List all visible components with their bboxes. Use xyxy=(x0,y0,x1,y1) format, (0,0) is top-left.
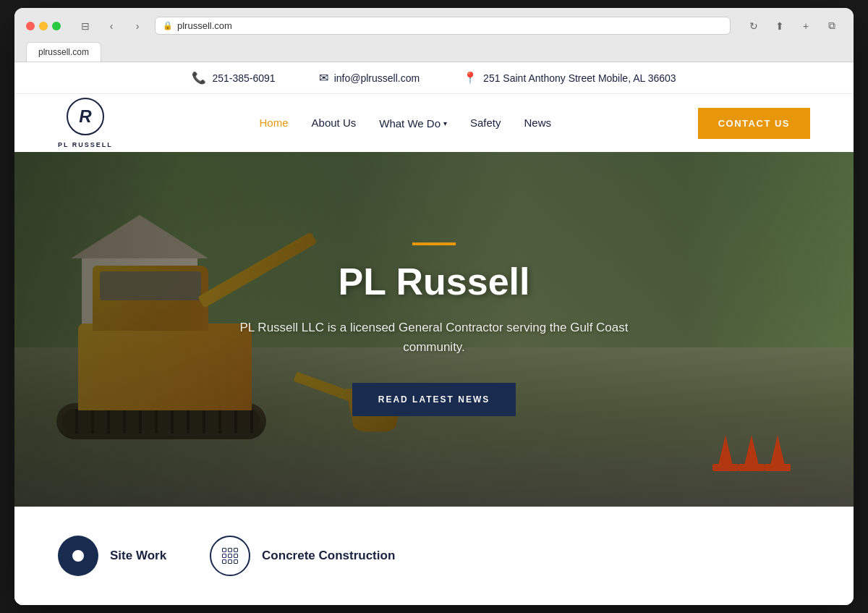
maximize-button[interactable] xyxy=(52,22,61,30)
address-bar[interactable]: 🔒 plrussell.com xyxy=(155,17,731,35)
nav-link-news[interactable]: News xyxy=(524,117,552,129)
hero-content: PL Russell PL Russell LLC is a licensed … xyxy=(14,152,854,507)
navigation: R PL RUSSELL Home About Us What We Do ▾ xyxy=(14,94,854,152)
nav-item-safety[interactable]: Safety xyxy=(470,117,501,130)
traffic-lights xyxy=(26,22,61,30)
website-content: 📞 251-385-6091 ✉ info@plrussell.com 📍 25… xyxy=(14,62,854,605)
top-info-bar: 📞 251-385-6091 ✉ info@plrussell.com 📍 25… xyxy=(14,62,854,94)
nav-links: Home About Us What We Do ▾ Safety News xyxy=(260,117,552,130)
back-button[interactable]: ‹ xyxy=(101,18,122,34)
email-icon: ✉ xyxy=(319,71,328,85)
nav-item-what-we-do[interactable]: What We Do ▾ xyxy=(379,117,447,130)
service-item-site-work: Site Work xyxy=(58,536,166,576)
nav-item-news[interactable]: News xyxy=(524,117,552,130)
phone-number: 251-385-6091 xyxy=(212,72,275,84)
svg-point-0 xyxy=(72,550,84,562)
phone-info: 📞 251-385-6091 xyxy=(192,71,275,85)
tabs-button[interactable]: ⧉ xyxy=(822,18,842,34)
nav-link-what-we-do[interactable]: What We Do xyxy=(379,117,441,130)
browser-actions: ↻ ⬆ + ⧉ xyxy=(744,18,842,34)
url-text: plrussell.com xyxy=(177,20,232,31)
nav-item-about[interactable]: About Us xyxy=(312,117,357,130)
browser-controls: ⊟ ‹ › xyxy=(75,18,148,34)
logo-circle: R xyxy=(67,98,104,135)
logo: R PL RUSSELL xyxy=(58,98,113,148)
email-info: ✉ info@plrussell.com xyxy=(319,71,420,85)
service-label-concrete: Concrete Construction xyxy=(262,549,395,563)
service-label-site-work: Site Work xyxy=(110,549,166,563)
hero-section: PL Russell PL Russell LLC is a licensed … xyxy=(14,152,854,507)
service-item-concrete: Concrete Construction xyxy=(210,536,395,576)
nav-link-about[interactable]: About Us xyxy=(312,117,357,129)
service-icon-concrete xyxy=(210,536,250,576)
services-preview: Site Work Concrete C xyxy=(14,507,854,605)
close-button[interactable] xyxy=(26,22,35,30)
browser-titlebar: ⊟ ‹ › 🔒 plrussell.com ↻ ⬆ + ⧉ xyxy=(26,17,842,35)
contact-us-button[interactable]: CONTACT US xyxy=(698,108,810,139)
dropdown-arrow-icon: ▾ xyxy=(443,119,447,127)
location-icon: 📍 xyxy=(463,71,477,85)
nav-link-safety[interactable]: Safety xyxy=(470,117,501,129)
site-work-icon xyxy=(69,547,87,565)
tab-label: plrussell.com xyxy=(38,47,89,57)
hero-divider xyxy=(412,242,456,245)
browser-chrome: ⊟ ‹ › 🔒 plrussell.com ↻ ⬆ + ⧉ plrussell.… xyxy=(14,8,854,62)
logo-text: PL RUSSELL xyxy=(58,141,113,148)
forward-button[interactable]: › xyxy=(127,18,148,34)
active-tab[interactable]: plrussell.com xyxy=(26,42,101,62)
browser-tabs: plrussell.com xyxy=(26,42,842,62)
address-text: 251 Saint Anthony Street Mobile, AL 3660… xyxy=(483,72,676,84)
address-info: 📍 251 Saint Anthony Street Mobile, AL 36… xyxy=(463,71,676,85)
sidebar-toggle-button[interactable]: ⊟ xyxy=(75,18,95,34)
service-icon-site-work xyxy=(58,536,98,576)
share-button[interactable]: ⬆ xyxy=(770,18,790,34)
minimize-button[interactable] xyxy=(39,22,48,30)
logo-letter: R xyxy=(79,106,91,127)
new-tab-button[interactable]: + xyxy=(796,18,816,34)
hero-title: PL Russell xyxy=(339,260,530,303)
email-address: info@plrussell.com xyxy=(334,72,420,84)
hero-cta-button[interactable]: READ LATEST NEWS xyxy=(352,383,516,416)
concrete-grid-icon xyxy=(222,548,238,564)
hero-subtitle: PL Russell LLC is a licensed General Con… xyxy=(231,318,637,357)
nav-link-home[interactable]: Home xyxy=(260,117,289,129)
browser-window: ⊟ ‹ › 🔒 plrussell.com ↻ ⬆ + ⧉ plrussell.… xyxy=(14,8,854,605)
refresh-button[interactable]: ↻ xyxy=(744,18,764,34)
phone-icon: 📞 xyxy=(192,71,206,85)
nav-item-home[interactable]: Home xyxy=(260,117,289,130)
lock-icon: 🔒 xyxy=(163,21,173,30)
